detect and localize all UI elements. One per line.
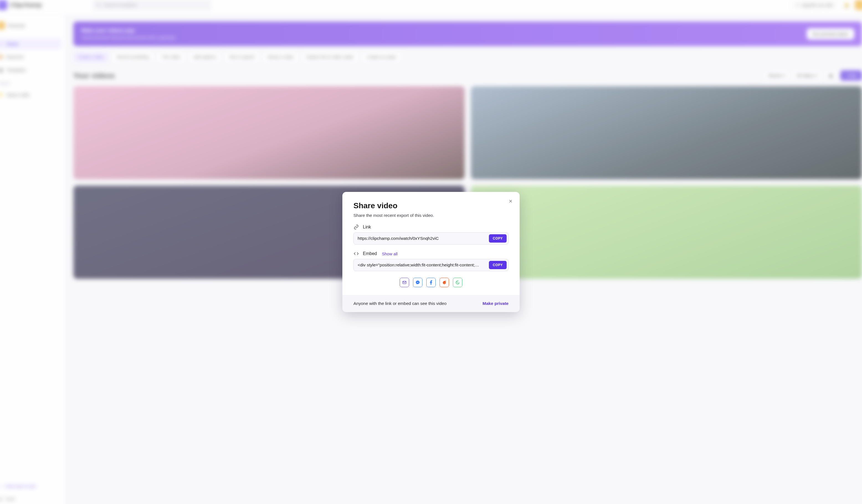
svg-point-7	[443, 282, 444, 283]
share-video-modal: Share video Share the most recent export…	[342, 192, 520, 312]
share-messenger-button[interactable]	[413, 278, 422, 287]
code-icon	[353, 251, 359, 256]
link-field: https://clipchamp.com/watch/0xYSnqh2viC …	[353, 232, 509, 244]
make-private-link[interactable]: Make private	[483, 301, 509, 306]
svg-point-5	[443, 281, 446, 284]
close-button[interactable]	[506, 197, 515, 205]
copy-embed-button[interactable]: COPY	[489, 261, 507, 269]
close-icon	[509, 199, 513, 203]
modal-subtitle: Share the most recent export of this vid…	[353, 213, 509, 218]
embed-value[interactable]: <div style="position:relative;width:fit-…	[357, 263, 486, 267]
share-facebook-button[interactable]	[426, 278, 436, 287]
link-field-label: Link	[363, 225, 371, 229]
reddit-icon	[442, 280, 447, 285]
embed-field: <div style="position:relative;width:fit-…	[353, 259, 509, 271]
whatsapp-icon	[455, 280, 460, 285]
facebook-icon	[430, 280, 432, 285]
embed-field-label: Embed	[363, 251, 377, 256]
share-reddit-button[interactable]	[440, 278, 449, 287]
share-email-button[interactable]	[400, 278, 409, 287]
svg-point-8	[445, 282, 445, 283]
embed-show-all-link[interactable]: Show all	[382, 251, 398, 256]
messenger-icon	[416, 280, 420, 285]
modal-footer: Anyone with the link or embed can see th…	[342, 295, 520, 312]
email-icon	[402, 280, 407, 285]
share-targets-row	[353, 278, 509, 287]
copy-link-button[interactable]: COPY	[489, 234, 507, 242]
modal-title: Share video	[353, 201, 509, 210]
visibility-text: Anyone with the link or embed can see th…	[353, 301, 446, 306]
share-whatsapp-button[interactable]	[453, 278, 462, 287]
modal-overlay: Share video Share the most recent export…	[0, 0, 862, 504]
link-icon	[353, 225, 359, 229]
link-value[interactable]: https://clipchamp.com/watch/0xYSnqh2viC	[357, 236, 486, 241]
